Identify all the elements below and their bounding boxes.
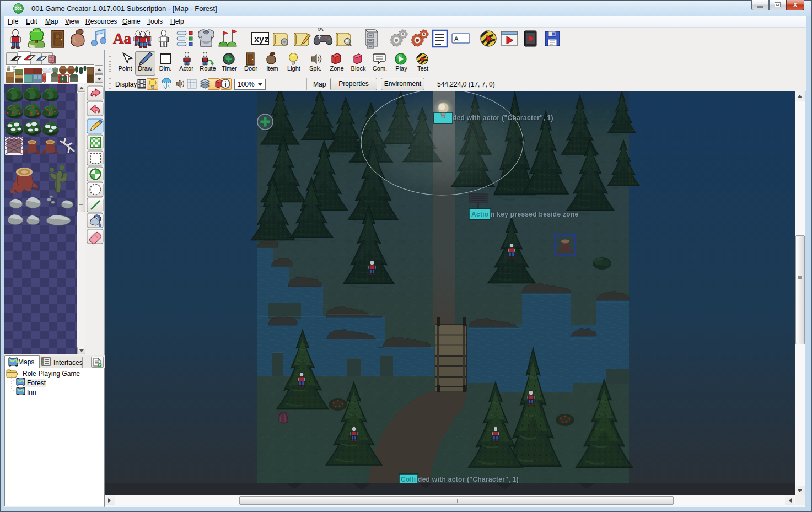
svg-text:Actio: Actio — [471, 211, 489, 218]
svg-text:n key pressed beside zone: n key pressed beside zone — [491, 211, 579, 218]
svg-text:ded with actor ("Character", 1: ded with actor ("Character", 1) — [418, 476, 519, 483]
svg-text:ded with actor ("Character", 1: ded with actor ("Character", 1) — [453, 114, 553, 122]
svg-text:xyz: xyz — [254, 35, 269, 45]
svg-text:Colli: Colli — [401, 476, 416, 483]
svg-text:Aa: Aa — [113, 30, 131, 47]
svg-text:A: A — [454, 35, 459, 42]
